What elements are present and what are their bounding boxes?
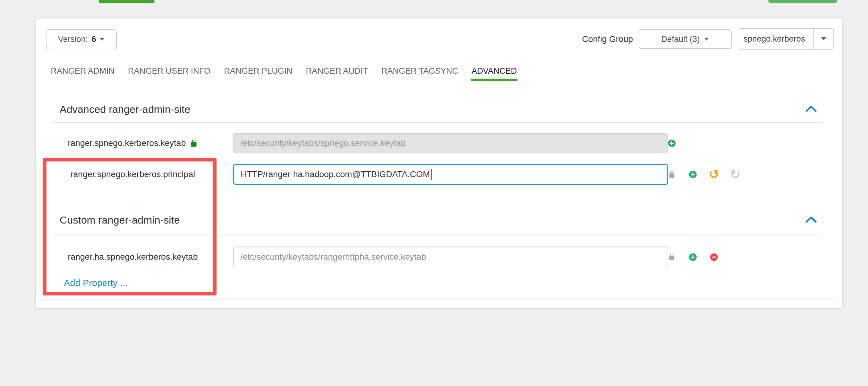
collapse-section-button[interactable] [805, 215, 817, 225]
undo-button[interactable]: ↺ [710, 168, 718, 181]
override-button[interactable] [689, 253, 697, 261]
plus-circle-icon [689, 170, 697, 179]
filter-dropdown-button[interactable] [813, 29, 833, 49]
chevron-up-icon [805, 215, 817, 223]
config-tabs: RANGER ADMIN RANGER USER INFO RANGER PLU… [51, 66, 517, 81]
property-value-input-ranger-spnego-kerberos-principal[interactable]: HTTP/ranger-ha.hadoop.com@TTBIGDATA.COM [233, 164, 668, 185]
plus-circle-icon [668, 139, 676, 147]
text-cursor [431, 169, 432, 180]
caret-down-icon [704, 38, 709, 41]
property-actions: ↺ ↻ [668, 164, 739, 185]
lock-icon [668, 253, 676, 261]
top-nav-active-tab-underline [99, 0, 154, 3]
bottom-divider [39, 299, 839, 300]
tab-ranger-plugin[interactable]: RANGER PLUGIN [224, 66, 293, 81]
config-panel: Version: 6 Config Group Default (3) RANG… [36, 19, 842, 308]
property-actions [668, 133, 676, 153]
section-divider [52, 122, 823, 123]
property-actions [668, 246, 718, 267]
property-label-ranger-spnego-kerberos-keytab: ranger.spnego.kerberos.keytab [48, 133, 218, 153]
property-name: ranger.spnego.kerberos.principal [70, 170, 195, 179]
set-final-button[interactable] [668, 253, 676, 261]
caret-down-icon [100, 38, 104, 41]
section-title-advanced-ranger-admin-site: Advanced ranger-admin-site [60, 103, 190, 115]
collapse-section-button[interactable] [805, 105, 817, 114]
set-final-button[interactable] [668, 170, 676, 179]
caret-down-icon [821, 37, 826, 40]
tab-ranger-audit[interactable]: RANGER AUDIT [306, 66, 368, 81]
redo-icon: ↻ [730, 168, 740, 181]
undo-icon: ↺ [709, 168, 719, 181]
remove-property-button[interactable] [710, 253, 718, 261]
tab-ranger-tagsync[interactable]: RANGER TAGSYNC [381, 66, 458, 81]
property-name: ranger.spnego.kerberos.keytab [68, 138, 186, 148]
tab-advanced-label: ADVANCED [472, 66, 517, 76]
section-title-custom-ranger-admin-site: Custom ranger-admin-site [60, 214, 180, 226]
tab-ranger-admin[interactable]: RANGER ADMIN [51, 66, 115, 81]
property-filter-input[interactable] [739, 29, 813, 49]
config-group-label: Config Group [582, 29, 633, 49]
config-group-dropdown[interactable]: Default (3) [639, 29, 732, 49]
lock-icon [190, 139, 198, 148]
minus-circle-icon [710, 253, 718, 261]
version-value: 6 [91, 35, 96, 44]
override-button[interactable] [668, 139, 676, 147]
lock-icon [668, 170, 676, 179]
override-button[interactable] [689, 170, 697, 179]
property-value-input-ranger-spnego-kerberos-keytab[interactable] [233, 133, 668, 153]
property-label-ranger-spnego-kerberos-principal: ranger.spnego.kerberos.principal [48, 164, 218, 185]
tab-advanced[interactable]: ADVANCED [472, 66, 517, 81]
version-dropdown[interactable]: Version: 6 [46, 29, 117, 49]
input-text: HTTP/ranger-ha.hadoop.com@TTBIGDATA.COM [241, 170, 430, 179]
config-group-value: Default (3) [661, 35, 700, 44]
property-label-ranger-ha-spnego-kerberos-keytab: ranger.ha.spnego.kerberos.keytab [48, 246, 218, 267]
section-divider [52, 235, 823, 236]
plus-circle-icon [689, 253, 697, 261]
property-filter-combobox [739, 28, 834, 50]
redo-button[interactable]: ↻ [731, 168, 739, 181]
property-value-input-ranger-ha-spnego-kerberos-keytab[interactable] [233, 246, 668, 267]
save-button-fragment[interactable] [768, 0, 837, 3]
tab-ranger-user-info[interactable]: RANGER USER INFO [128, 66, 211, 81]
property-name: ranger.ha.spnego.kerberos.keytab [68, 252, 198, 262]
add-property-link[interactable]: Add Property ... [64, 278, 128, 288]
active-tab-underline [471, 79, 518, 81]
version-label: Version: [58, 35, 88, 44]
chevron-up-icon [805, 105, 817, 113]
